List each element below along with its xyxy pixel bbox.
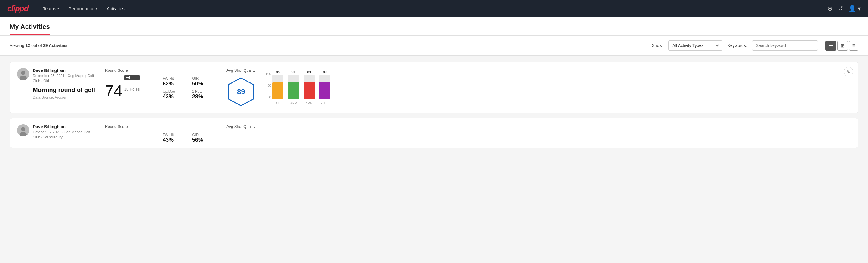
data-source: Data Source: Arccos: [33, 95, 95, 99]
viewing-label: Viewing: [10, 43, 24, 48]
score-section-2: Round Score: [105, 124, 153, 131]
card-left-2: Dave Billingham October 16, 2021 · Gog M…: [17, 124, 95, 140]
bar-inner-putt: [319, 82, 330, 99]
hex-wrap: Avg Shot Quality 89: [226, 68, 256, 107]
quality-section: Avg Shot Quality 89 100 50 0: [226, 68, 851, 107]
show-label: Show:: [652, 43, 663, 48]
avg-shot-quality-label: Avg Shot Quality: [226, 68, 256, 72]
viewing-total: 29: [43, 43, 48, 48]
user-name-2: Dave Billingham: [33, 124, 95, 129]
refresh-icon[interactable]: ↺: [838, 5, 843, 12]
page-header: My Activities: [0, 17, 868, 35]
bar-inner-app: [288, 82, 299, 99]
view-buttons: ☰ ⊞ ≡: [825, 40, 858, 51]
round-score-label-2: Round Score: [105, 124, 153, 129]
nav-label-activities: Activities: [107, 6, 125, 11]
stats-section: FW Hit 62% GIR 50% Up/Down 43% 1 Putt 28…: [163, 68, 217, 100]
keywords-label: Keywords:: [727, 43, 747, 48]
bar-outer-ott: [273, 75, 283, 99]
card-user-info-2: Dave Billingham October 16, 2021 · Gog M…: [33, 124, 95, 140]
score-display: 74 +4 18 Holes: [105, 75, 153, 99]
viewing-out-of-label: out of: [31, 43, 42, 48]
activity-type-select[interactable]: All Activity Types: [668, 40, 722, 51]
bar-group-app: 90 APP: [288, 70, 299, 105]
stat-gir-2: GIR 56%: [192, 133, 217, 143]
stat-fw-hit-2: FW Hit 43%: [163, 133, 187, 143]
bar-outer-putt: [319, 75, 330, 99]
nav-item-teams[interactable]: Teams ▾: [43, 5, 59, 12]
navbar: clippd Teams ▾ Performance ▾ Activities …: [0, 0, 868, 17]
bar-outer-app: [288, 75, 299, 99]
bar-chart: 100 50 0 85 OTT: [263, 70, 851, 105]
activity-title: Morning round of golf: [33, 87, 95, 94]
date-course-2: October 16, 2021 · Gog Magog Golf Club -…: [33, 130, 95, 140]
y-axis: 100 50 0: [263, 72, 271, 99]
bar-inner-arg: [304, 82, 315, 99]
score-number: 74: [105, 83, 122, 99]
card-left: Dave Billingham December 05, 2021 · Gog …: [17, 68, 95, 99]
quality-section-2: Avg Shot Quality: [226, 124, 851, 131]
stat-updown: Up/Down 43%: [163, 89, 187, 100]
avg-shot-quality-label-2: Avg Shot Quality: [226, 124, 256, 129]
stat-gir: GIR 50%: [192, 77, 217, 87]
stat-fw-hit: FW Hit 62%: [163, 77, 187, 87]
bar-inner-ott: [273, 83, 283, 99]
score-section: Round Score 74 +4 18 Holes: [105, 68, 153, 99]
page-title: My Activities: [10, 23, 50, 35]
svg-point-5: [21, 127, 25, 131]
user-avatar-icon[interactable]: 👤 ▾: [848, 5, 861, 12]
hex-score: 89: [237, 88, 245, 96]
activities-list: ✎ Dave Billingham December 05, 2021 · Go…: [0, 56, 868, 154]
search-input[interactable]: [752, 40, 818, 51]
brand-logo[interactable]: clippd: [7, 4, 29, 13]
avatar: [17, 68, 29, 80]
edit-button[interactable]: ✎: [844, 67, 853, 77]
bar-outer-arg: [304, 75, 315, 99]
round-score-label: Round Score: [105, 68, 153, 72]
score-holes: 18 Holes: [124, 87, 140, 91]
avatar-2: [17, 124, 29, 136]
viewing-suffix: Activities: [49, 43, 67, 48]
activity-card: ✎ Dave Billingham December 05, 2021 · Go…: [10, 62, 858, 113]
score-badge: +4: [124, 75, 140, 80]
card-user-info: Dave Billingham December 05, 2021 · Gog …: [33, 68, 95, 99]
bar-group-putt: 89 PUTT: [319, 70, 330, 105]
date-course: December 05, 2021 · Gog Magog Golf Club …: [33, 74, 95, 84]
viewing-text: Viewing 12 out of 29 Activities: [10, 43, 647, 48]
user-name: Dave Billingham: [33, 68, 95, 73]
activity-card-2: Dave Billingham October 16, 2021 · Gog M…: [10, 118, 858, 148]
filter-bar: Viewing 12 out of 29 Activities Show: Al…: [0, 35, 868, 56]
add-icon[interactable]: ⊕: [828, 5, 833, 12]
stat-1putt: 1 Putt 28%: [192, 89, 217, 100]
hex-container: 89: [227, 77, 254, 107]
view-button-list-detailed[interactable]: ≡: [849, 40, 858, 51]
nav-label-performance: Performance: [69, 6, 94, 11]
hex-wrap-2: Avg Shot Quality: [226, 124, 256, 131]
chevron-down-icon: ▾: [57, 7, 59, 10]
nav-label-teams: Teams: [43, 6, 56, 11]
view-button-grid[interactable]: ⊞: [837, 40, 848, 51]
view-button-list-compact[interactable]: ☰: [825, 40, 836, 51]
nav-item-performance[interactable]: Performance ▾: [69, 5, 97, 12]
chevron-down-icon: ▾: [96, 7, 97, 10]
nav-right: ⊕ ↺ 👤 ▾: [828, 5, 861, 12]
nav-item-activities[interactable]: Activities: [107, 5, 125, 12]
viewing-count: 12: [26, 43, 30, 48]
stats-section-2: FW Hit 43% GIR 56%: [163, 124, 217, 143]
bar-group-arg: 89 ARG: [304, 70, 315, 105]
svg-point-1: [21, 71, 25, 75]
bar-group-ott: 85 OTT: [273, 70, 283, 105]
